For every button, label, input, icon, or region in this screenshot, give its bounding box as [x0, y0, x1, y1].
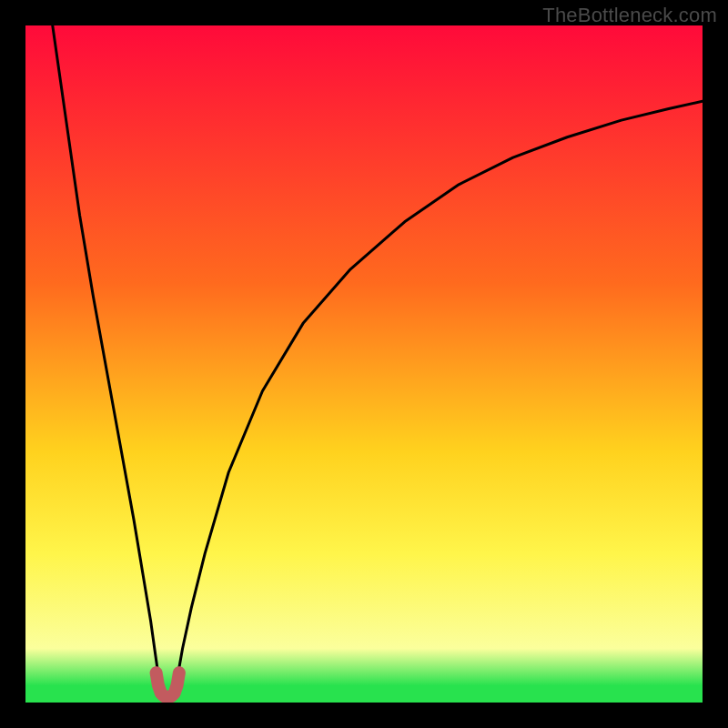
- plot-area: [25, 25, 703, 703]
- chart-svg: [25, 25, 703, 703]
- watermark-text: TheBottleneck.com: [542, 4, 717, 27]
- chart-frame: TheBottleneck.com: [0, 0, 728, 728]
